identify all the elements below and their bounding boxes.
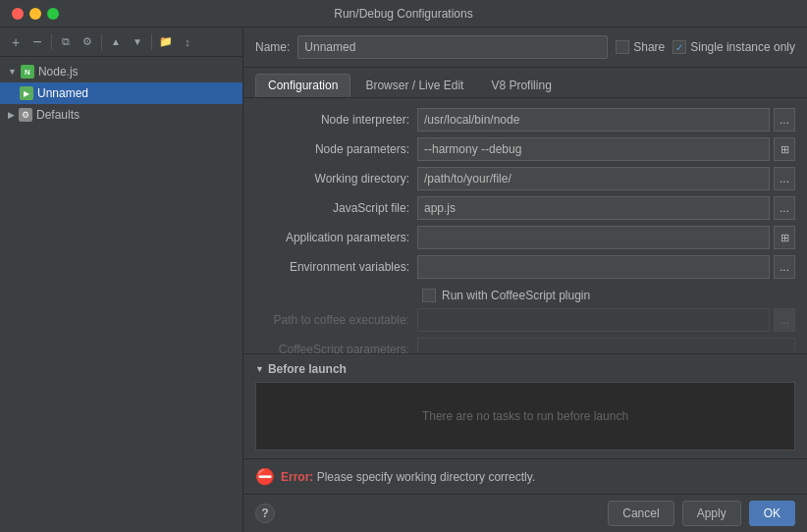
share-label: Share <box>633 40 665 54</box>
before-launch-header[interactable]: ▼ Before launch <box>255 362 795 376</box>
js-file-input[interactable] <box>417 196 770 220</box>
node-parameters-expand-button[interactable]: ⊞ <box>774 137 795 161</box>
error-text: Error: Please specify working directory … <box>281 470 535 484</box>
coffee-params-input[interactable] <box>417 338 795 353</box>
single-instance-container: ✓ Single instance only <box>672 40 795 54</box>
left-panel: + − ⧉ ⚙ ▲ ▼ 📁 ↕ ▼ N Node.js ▶ Unnamed <box>0 27 243 532</box>
single-instance-label: Single instance only <box>690 40 795 54</box>
tree-item-unnamed[interactable]: ▶ Unnamed <box>0 82 242 104</box>
app-parameters-container: ⊞ <box>417 226 795 249</box>
single-instance-checkbox[interactable]: ✓ <box>672 40 686 54</box>
node-interpreter-browse-button[interactable]: ... <box>774 108 795 132</box>
js-file-container: ... <box>417 196 795 220</box>
apply-button[interactable]: Apply <box>682 501 741 526</box>
tree-item-nodejs-label: Node.js <box>38 65 79 79</box>
error-message: Please specify working directory correct… <box>317 470 536 484</box>
js-file-label: JavaScript file: <box>255 201 417 215</box>
env-vars-browse-button[interactable]: ... <box>774 255 795 279</box>
working-directory-container: ... <box>417 167 795 190</box>
form-row-env-vars: Environment variables: ... <box>255 255 795 279</box>
form-row-coffee-path: Path to coffee executable: ... <box>255 308 795 332</box>
app-parameters-input[interactable] <box>417 226 770 249</box>
tab-v8-profiling[interactable]: V8 Profiling <box>478 74 564 97</box>
right-panel: Name: Share ✓ Single instance only Confi… <box>243 27 807 532</box>
tab-configuration[interactable]: Configuration <box>255 74 350 97</box>
maximize-button[interactable] <box>47 8 59 20</box>
node-parameters-input[interactable] <box>417 137 770 161</box>
error-strong: Error: <box>281 470 313 484</box>
coffee-path-browse-button[interactable]: ... <box>774 308 795 332</box>
form-area: Node interpreter: ... Node parameters: ⊞… <box>243 98 807 353</box>
ok-button[interactable]: OK <box>749 501 795 526</box>
bottom-bar: ? Cancel Apply OK <box>243 494 807 532</box>
form-row-app-parameters: Application parameters: ⊞ <box>255 226 795 249</box>
sort-button[interactable]: ↕ <box>178 32 197 52</box>
before-launch-section: ▼ Before launch There are no tasks to ru… <box>243 353 807 458</box>
toolbar-divider-3 <box>151 34 152 50</box>
coffee-path-container: ... <box>417 308 795 332</box>
help-button[interactable]: ? <box>255 504 275 523</box>
bottom-buttons: Cancel Apply OK <box>608 501 795 526</box>
form-row-node-interpreter: Node interpreter: ... <box>255 108 795 132</box>
chevron-right-icon: ▶ <box>8 110 15 120</box>
chevron-down-icon: ▼ <box>8 67 17 77</box>
settings-config-button[interactable]: ⚙ <box>78 32 97 52</box>
name-input[interactable] <box>297 35 608 59</box>
title-bar: Run/Debug Configurations <box>0 0 807 27</box>
folder-button[interactable]: 📁 <box>156 32 176 52</box>
copy-config-button[interactable]: ⧉ <box>56 32 76 52</box>
env-vars-container: ... <box>417 255 795 279</box>
node-interpreter-input[interactable] <box>417 108 770 132</box>
tree-item-defaults[interactable]: ▶ ⚙ Defaults <box>0 104 242 126</box>
form-row-node-parameters: Node parameters: ⊞ <box>255 137 795 161</box>
form-row-coffee-params: CoffeeScript parameters: <box>255 338 795 353</box>
app-parameters-label: Application parameters: <box>255 231 417 244</box>
window-controls[interactable] <box>12 8 59 20</box>
move-down-button[interactable]: ▼ <box>128 32 147 52</box>
cancel-button[interactable]: Cancel <box>608 501 673 526</box>
coffee-checkbox-row: Run with CoffeeScript plugin <box>255 289 795 302</box>
right-header: Name: Share ✓ Single instance only <box>243 27 807 68</box>
config-run-icon: ▶ <box>20 86 33 100</box>
remove-config-button[interactable]: − <box>27 32 47 52</box>
defaults-icon: ⚙ <box>19 108 32 122</box>
add-config-button[interactable]: + <box>6 32 26 52</box>
app-parameters-expand-button[interactable]: ⊞ <box>774 226 795 249</box>
working-directory-input[interactable] <box>417 167 770 190</box>
window-title: Run/Debug Configurations <box>334 7 472 21</box>
close-button[interactable] <box>12 8 24 20</box>
move-up-button[interactable]: ▲ <box>106 32 126 52</box>
coffee-path-label: Path to coffee executable: <box>255 313 417 327</box>
working-directory-browse-button[interactable]: ... <box>774 167 795 190</box>
error-bar: ⛔ Error: Please specify working director… <box>243 458 807 494</box>
toolbar-divider-1 <box>51 34 52 50</box>
node-interpreter-container: ... <box>417 108 795 132</box>
coffeescript-section: Run with CoffeeScript plugin Path to cof… <box>255 285 795 353</box>
minimize-button[interactable] <box>29 8 41 20</box>
no-tasks-text: There are no tasks to run before launch <box>422 409 628 423</box>
toolbar-divider-2 <box>101 34 102 50</box>
tree-item-defaults-label: Defaults <box>36 108 80 122</box>
form-row-working-directory: Working directory: ... <box>255 167 795 190</box>
name-label: Name: <box>255 40 290 54</box>
coffeescript-label: Run with CoffeeScript plugin <box>442 289 590 302</box>
error-icon: ⛔ <box>255 467 275 486</box>
env-vars-label: Environment variables: <box>255 260 417 274</box>
js-file-browse-button[interactable]: ... <box>774 196 795 220</box>
before-launch-title: Before launch <box>268 362 347 376</box>
working-directory-label: Working directory: <box>255 172 417 186</box>
form-row-js-file: JavaScript file: ... <box>255 196 795 220</box>
coffee-params-container <box>417 338 795 353</box>
tree-area: ▼ N Node.js ▶ Unnamed ▶ ⚙ Defaults <box>0 57 242 532</box>
tree-item-unnamed-label: Unnamed <box>37 86 88 100</box>
node-parameters-label: Node parameters: <box>255 142 417 156</box>
tree-item-nodejs[interactable]: ▼ N Node.js <box>0 61 242 82</box>
coffee-path-input[interactable] <box>417 308 770 332</box>
coffeescript-checkbox[interactable] <box>422 289 436 302</box>
tabs-bar: Configuration Browser / Live Edit V8 Pro… <box>243 68 807 98</box>
tab-browser-live-edit[interactable]: Browser / Live Edit <box>352 74 476 97</box>
env-vars-input[interactable] <box>417 255 770 279</box>
share-checkbox[interactable] <box>616 40 629 54</box>
main-container: + − ⧉ ⚙ ▲ ▼ 📁 ↕ ▼ N Node.js ▶ Unnamed <box>0 27 807 532</box>
nodejs-icon: N <box>21 65 34 79</box>
